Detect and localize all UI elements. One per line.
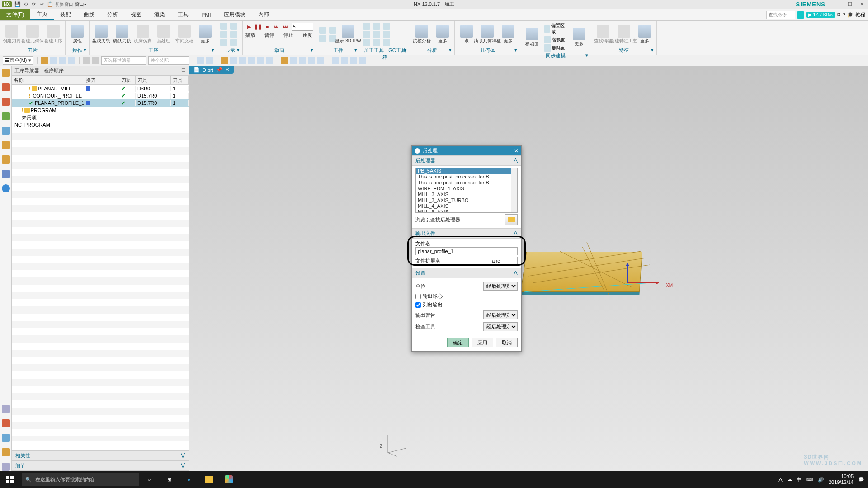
table-row[interactable]: ✔ PLANAR_PROFILE_1✔D15.7R01 xyxy=(12,99,189,107)
list-item[interactable]: PB_5AXIS xyxy=(416,168,517,174)
more-sync-button[interactable]: 更多 xyxy=(569,28,589,47)
wp-icon[interactable] xyxy=(319,27,326,34)
sel-icon[interactable] xyxy=(92,57,99,64)
undo-icon[interactable]: ⟲ xyxy=(23,1,29,8)
close-button[interactable]: ✕ xyxy=(857,1,866,7)
more-op-button[interactable]: 更多 xyxy=(195,25,215,44)
stop-icon[interactable]: ■ xyxy=(264,23,271,30)
file-menu[interactable]: 文件(F) xyxy=(0,9,30,20)
section-settings[interactable]: 设置⋀ xyxy=(412,268,521,278)
list-item[interactable]: MILL_5_AXIS xyxy=(416,209,517,213)
warn-select[interactable]: 经后处理定义 xyxy=(483,310,518,319)
list-item[interactable]: MILL_4_AXIS xyxy=(416,203,517,209)
taskview-icon[interactable]: ⊞ xyxy=(159,471,179,488)
browse-button[interactable] xyxy=(505,214,518,225)
tray-up-icon[interactable]: ⋀ xyxy=(778,477,783,483)
mold-analyze-button[interactable]: 按模分析 xyxy=(412,25,432,44)
cap-icon[interactable]: 🎓 xyxy=(847,12,854,18)
sel-icon[interactable] xyxy=(83,57,90,64)
save-icon[interactable]: 💾 xyxy=(14,1,21,8)
rail-icon[interactable] xyxy=(2,83,10,91)
refresh-icon[interactable]: ⟳ xyxy=(837,12,841,18)
tab-pin-icon[interactable]: 📌 xyxy=(216,67,222,73)
move-face-button[interactable]: 移动面 xyxy=(522,28,542,47)
menu-dropdown[interactable]: ☰ 菜单(M) ▾ xyxy=(3,56,33,65)
tab-analyze[interactable]: 分析 xyxy=(101,9,124,20)
window-menu[interactable]: 窗口▾ xyxy=(75,1,86,8)
navigator-related[interactable]: 相关性⋁ xyxy=(12,451,189,461)
gen-toolpath-button[interactable]: 生成刀轨 xyxy=(91,25,111,44)
navigator-detail[interactable]: 细节⋁ xyxy=(12,461,189,471)
document-tab[interactable]: 📄 D.prt 📌 ✕ xyxy=(189,66,234,74)
cmd-finder-icon[interactable] xyxy=(797,11,804,19)
section-output[interactable]: 输出文件⋀ xyxy=(412,228,521,239)
navigator-body[interactable]: ! PLANAR_MILL✔D6R01! CONTOUR_PROFILE✔D15… xyxy=(12,85,189,450)
navigator-pin-icon[interactable]: ☐ xyxy=(181,67,186,74)
3d-viewport[interactable]: 📄 D.prt 📌 ✕ XM Z xyxy=(189,66,868,471)
rail-icon[interactable] xyxy=(2,419,10,427)
command-search[interactable] xyxy=(766,11,795,19)
disp-icon[interactable] xyxy=(220,23,227,30)
tab-close-icon[interactable]: ✕ xyxy=(225,67,229,73)
create-op-button[interactable]: 创建工序 xyxy=(43,25,63,44)
tab-appmodule[interactable]: 应用模块 xyxy=(217,9,252,20)
rail-icon[interactable] xyxy=(2,112,10,120)
rail-icon[interactable] xyxy=(2,127,10,135)
disp-icon[interactable] xyxy=(230,39,237,46)
apply-button[interactable]: 应用 xyxy=(472,338,493,347)
cloud-icon[interactable]: ☁ xyxy=(787,477,792,483)
filename-input[interactable] xyxy=(415,247,518,255)
section-postprocessor[interactable]: 后处理器⋀ xyxy=(412,155,521,166)
rail-icon[interactable] xyxy=(2,463,10,471)
rail-icon[interactable] xyxy=(2,98,10,106)
explorer-icon[interactable] xyxy=(199,471,219,488)
volume-icon[interactable]: 🔊 xyxy=(818,477,824,483)
rail-icon[interactable] xyxy=(2,170,10,178)
scrollbar[interactable] xyxy=(511,168,517,212)
list-item[interactable]: WIRE_EDM_4_AXIS xyxy=(416,186,517,192)
table-row[interactable]: ! PLANAR_MILL✔D6R01 xyxy=(12,85,189,92)
list-item[interactable]: MILL_3_AXIS xyxy=(416,192,517,197)
rail-icon[interactable] xyxy=(2,141,10,149)
assembly-combo[interactable]: 整个装配 xyxy=(148,56,189,65)
tab-tool[interactable]: 工具 xyxy=(171,9,195,20)
ext-input[interactable] xyxy=(490,257,518,265)
start-button[interactable] xyxy=(0,476,20,483)
tab-internal[interactable]: 内部 xyxy=(252,9,275,20)
rail-icon[interactable] xyxy=(2,405,10,413)
sel-icon[interactable] xyxy=(41,57,48,64)
disp-icon[interactable] xyxy=(230,23,237,30)
play-icon[interactable]: ▶ xyxy=(245,23,253,30)
ime-icon[interactable]: ⌨ xyxy=(806,477,813,483)
tab-assembly[interactable]: 装配 xyxy=(54,9,77,20)
properties-button[interactable]: 属性 xyxy=(67,25,87,44)
speed-input[interactable] xyxy=(292,23,313,31)
table-row[interactable]: ! CONTOUR_PROFILE✔D15.7R01 xyxy=(12,92,189,99)
action-center-icon[interactable]: 💬 xyxy=(858,477,864,483)
verify-toolpath-button[interactable]: 确认刀轨 xyxy=(112,25,132,44)
ffwd-icon[interactable]: ⏭ xyxy=(282,23,289,30)
postprocess-button[interactable]: 后处理 xyxy=(154,25,174,44)
cortana-icon[interactable]: ○ xyxy=(139,471,159,488)
unit-select[interactable]: 经后处理定义 xyxy=(483,282,518,291)
postprocessor-list[interactable]: PB_5AXISThis is one post_processor for B… xyxy=(415,168,518,213)
list-item[interactable]: MILL_3_AXIS_TURBO xyxy=(416,197,517,203)
check-tool-select[interactable]: 经后处理定义 xyxy=(483,322,518,331)
shop-doc-button[interactable]: 车间文档 xyxy=(175,25,194,44)
rail-icon[interactable] xyxy=(2,69,10,77)
create-geom-button[interactable]: 创建几何体 xyxy=(23,25,42,44)
tutorial-link[interactable]: 教程 xyxy=(855,11,865,18)
edge-icon[interactable]: e xyxy=(179,471,199,488)
tab-view[interactable]: 视图 xyxy=(124,9,148,20)
list-output-checkbox[interactable]: 列出输出 xyxy=(415,300,518,309)
minimize-button[interactable]: — xyxy=(834,2,843,7)
output-ball-checkbox[interactable]: 输出球心 xyxy=(415,292,518,300)
cancel-button[interactable]: 取消 xyxy=(496,338,518,347)
disp-icon[interactable] xyxy=(220,31,227,38)
list-item[interactable]: This is one post_processor for B xyxy=(416,174,517,180)
extract-geom-button[interactable]: 抽取几何特征 xyxy=(477,25,497,44)
switch-window[interactable]: 切换窗口 xyxy=(55,1,73,8)
disp-icon[interactable] xyxy=(230,31,237,38)
sel-icon[interactable] xyxy=(59,57,66,64)
rewind-icon[interactable]: ⏮ xyxy=(273,23,280,30)
